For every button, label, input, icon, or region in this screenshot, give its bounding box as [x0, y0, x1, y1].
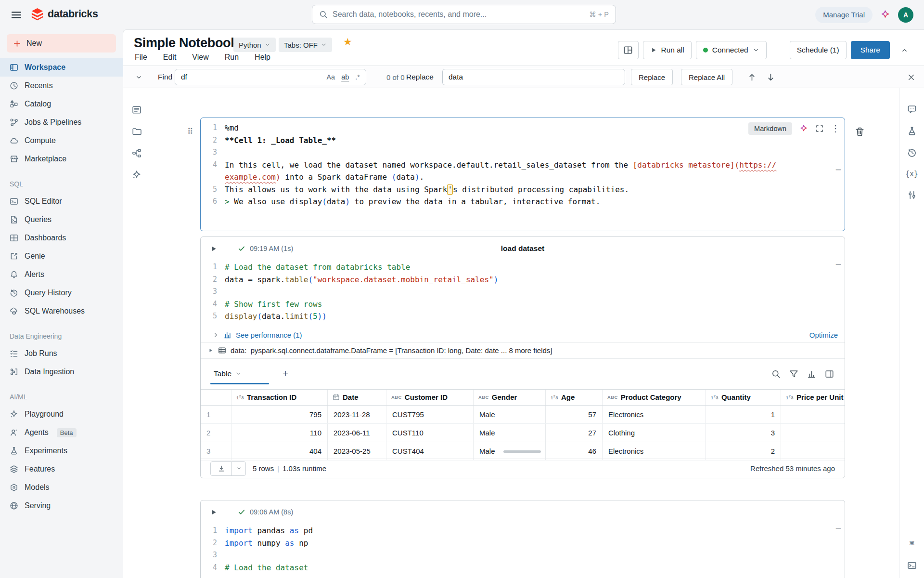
sidebar-item-workspace[interactable]: Workspace	[0, 58, 123, 77]
variables-icon[interactable]: {x}	[905, 170, 918, 178]
sidebar-item-compute[interactable]: Compute	[0, 131, 123, 150]
favorite-star-icon[interactable]: ★	[343, 36, 352, 48]
collapse-cell-icon[interactable]: –	[834, 523, 842, 532]
expand-triangle-icon[interactable]	[207, 347, 214, 354]
markdown-cell[interactable]: ⠿ 1%md2**Cell 1: _Load Table_**34In this…	[200, 118, 845, 231]
drag-handle[interactable]: ⠿	[187, 128, 193, 136]
folder-icon[interactable]	[132, 127, 141, 136]
column-header-age[interactable]: 123Age	[546, 390, 603, 405]
schema-browser-icon[interactable]	[132, 148, 141, 158]
previous-match-icon[interactable]	[747, 73, 757, 82]
filter-icon[interactable]	[789, 369, 798, 379]
assistant-sparkle-icon[interactable]	[799, 124, 808, 133]
code-line[interactable]: 6> We also use display(data) to preview …	[201, 196, 845, 208]
new-button[interactable]: New	[7, 34, 116, 53]
column-header-date[interactable]: Date	[328, 390, 386, 405]
global-search[interactable]: ⌘ + P	[312, 5, 616, 24]
fullscreen-icon[interactable]	[815, 124, 824, 133]
column-header[interactable]	[201, 390, 231, 405]
column-header-customer-id[interactable]: ABCCustomer ID	[386, 390, 474, 405]
code-line[interactable]: example.com) into a Spark dataFrame (dat…	[201, 171, 845, 184]
replace-all-button[interactable]: Replace All	[681, 69, 732, 85]
sidebar-item-sql-warehouses[interactable]: SQL Warehouses	[0, 302, 123, 320]
find-input[interactable]	[175, 69, 326, 85]
menu-edit[interactable]: Edit	[163, 53, 177, 62]
whole-word-toggle[interactable]: ab	[341, 73, 349, 81]
horizontal-scrollbar[interactable]	[503, 450, 541, 453]
column-header-product-category[interactable]: ABCProduct Category	[603, 390, 706, 405]
tab-table[interactable]: Table	[214, 369, 241, 378]
sidebar-item-marketplace[interactable]: Marketplace	[0, 150, 123, 168]
code-line[interactable]: 3	[201, 549, 845, 562]
code-source[interactable]: 1# Load the dataset from databricks tabl…	[201, 260, 845, 323]
run-cell-icon[interactable]	[209, 508, 218, 516]
assistant-sparkle-icon[interactable]	[132, 170, 141, 180]
column-header-transaction-id[interactable]: 123Transaction ID	[231, 390, 328, 405]
table-row[interactable]: 17952023-11-28CUST795Male57Electronics1	[201, 406, 845, 424]
language-selector[interactable]: Python	[233, 38, 276, 52]
replace-button[interactable]: Replace	[631, 69, 673, 85]
cell-title[interactable]: load dataset	[201, 244, 845, 253]
regex-toggle[interactable]: .*	[355, 73, 360, 81]
sidebar-item-serving[interactable]: Serving	[0, 497, 123, 515]
manage-trial-button[interactable]: Manage Trial	[815, 7, 873, 23]
code-line[interactable]: 3	[201, 286, 845, 298]
sidebar-item-jobs-pipelines[interactable]: Jobs & Pipelines	[0, 113, 123, 131]
menu-file[interactable]: File	[135, 53, 147, 62]
sidebar-item-dashboards[interactable]: Dashboards	[0, 229, 123, 247]
assistant-sparkle-icon[interactable]	[880, 10, 890, 20]
version-history-icon[interactable]	[907, 148, 917, 158]
code-line[interactable]: 1import pandas as pd	[201, 525, 845, 537]
sidebar-item-recents[interactable]: Recents	[0, 77, 123, 95]
sidebar-item-alerts[interactable]: Alerts	[0, 265, 123, 284]
sidebar-item-job-runs[interactable]: Job Runs	[0, 344, 123, 363]
sidebar-item-catalog[interactable]: Catalog	[0, 95, 123, 113]
menu-help[interactable]: Help	[255, 53, 270, 62]
add-visualization-button[interactable]: +	[282, 368, 288, 379]
menu-run[interactable]: Run	[225, 53, 239, 62]
tabs-toggle[interactable]: Tabs: OFF	[279, 38, 332, 52]
code-line[interactable]: 4# Load the dataset	[201, 562, 845, 574]
sidebar-item-queries[interactable]: Queries	[0, 210, 123, 229]
terminal-icon[interactable]	[907, 561, 917, 570]
table-of-contents-icon[interactable]	[132, 105, 141, 115]
cell-type-badge[interactable]: Markdown	[748, 122, 792, 135]
code-line[interactable]: 5display(data.limit(5))	[201, 310, 845, 323]
collapse-header-button[interactable]	[897, 41, 911, 59]
chevron-right-icon[interactable]	[213, 332, 219, 338]
settings-sliders-icon[interactable]	[907, 190, 917, 200]
experiments-flask-icon[interactable]	[907, 126, 917, 136]
sidebar-item-agents[interactable]: AgentsBeta	[0, 423, 123, 442]
code-line[interactable]: 5This allows us to work with the data us…	[201, 184, 845, 196]
code-line[interactable]: 4# Show first few rows	[201, 298, 845, 311]
code-line[interactable]: 3	[201, 146, 845, 159]
avatar[interactable]: A	[898, 7, 913, 23]
cluster-connected-button[interactable]: Connected	[696, 41, 767, 59]
column-header-price-per-unit[interactable]: 123Price per Unit	[781, 390, 845, 405]
optimize-link[interactable]: Optimize	[809, 331, 838, 339]
collapse-cell-icon[interactable]: –	[834, 259, 842, 268]
sidebar-item-query-history[interactable]: Query History	[0, 284, 123, 302]
run-all-button[interactable]: Run all	[643, 41, 692, 59]
schedule-button[interactable]: Schedule (1)	[790, 41, 847, 59]
code-line[interactable]: 2data = spark.table("workspace.dataset.m…	[201, 274, 845, 286]
close-icon[interactable]	[907, 73, 915, 81]
layout-button[interactable]	[618, 41, 639, 59]
next-match-icon[interactable]	[766, 73, 775, 82]
chevron-down-icon[interactable]	[135, 74, 142, 81]
sidebar-item-models[interactable]: Models	[0, 478, 123, 497]
sidebar-item-playground[interactable]: Playground	[0, 405, 123, 423]
code-line[interactable]: 2import numpy as np	[201, 537, 845, 550]
match-case-toggle[interactable]: Aa	[326, 73, 335, 81]
keyboard-shortcuts-icon[interactable]: ⌘	[909, 539, 914, 548]
side-panel-icon[interactable]	[825, 369, 834, 379]
sidebar-item-data-ingestion[interactable]: Data Ingestion	[0, 363, 123, 381]
column-header-gender[interactable]: ABCGender	[474, 390, 546, 405]
search-icon[interactable]	[771, 369, 781, 379]
sidebar-item-sql-editor[interactable]: SQL Editor	[0, 192, 123, 210]
menu-view[interactable]: View	[192, 53, 208, 62]
code-source[interactable]: 1import pandas as pd2import numpy as np3…	[201, 524, 845, 574]
kebab-menu-icon[interactable]: ⋮	[831, 124, 840, 133]
code-cell[interactable]: 09:19 AM (1s) load dataset 1# Load the d…	[200, 236, 845, 478]
share-button[interactable]: Share	[851, 41, 890, 59]
